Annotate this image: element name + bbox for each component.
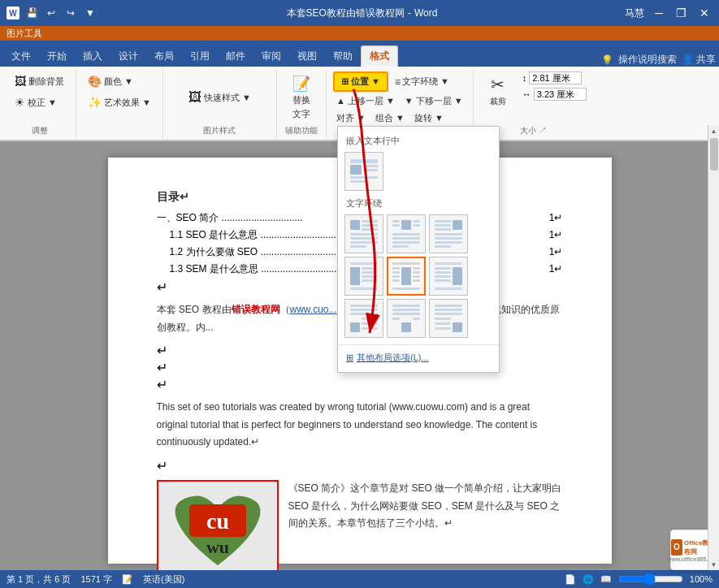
view-read-icon[interactable]: 📖 — [600, 574, 612, 585]
svg-rect-43 — [392, 279, 400, 282]
svg-rect-7 — [362, 220, 378, 223]
move-forward-btn[interactable]: ▲ 上移一层 ▼ — [333, 93, 398, 109]
wrap-option-lm[interactable] — [344, 257, 383, 296]
ribbon-group-accessibility: 📝 替换 文字 辅助功能 — [277, 70, 327, 138]
width-input[interactable] — [534, 88, 587, 101]
move-back-btn[interactable]: ▼ 下移一层 ▼ — [401, 93, 466, 109]
save-qa-btn[interactable]: 💾 — [23, 4, 41, 22]
svg-rect-72 — [435, 313, 462, 315]
svg-rect-16 — [392, 224, 400, 227]
svg-rect-57 — [350, 305, 378, 307]
vertical-scrollbar[interactable]: ▲ ▼ — [708, 125, 719, 570]
more-layout-options-link[interactable]: ⊞ 其他布局选项(L)... — [338, 348, 499, 367]
body-para-english: This set of seo tutorials was created by… — [157, 399, 563, 452]
replace-text-btn[interactable]: 📝 替换 文字 — [284, 71, 319, 123]
svg-rect-4 — [350, 176, 378, 179]
svg-rect-35 — [362, 275, 378, 278]
align-label: 对齐 ▼ — [336, 112, 366, 124]
svg-rect-50 — [435, 262, 462, 265]
svg-rect-12 — [350, 241, 378, 244]
replace-text-label2: 文字 — [292, 108, 310, 120]
wrap-option-cm[interactable] — [387, 257, 426, 296]
wrap-option-lt[interactable] — [344, 214, 383, 253]
tab-layout[interactable]: 布局 — [146, 45, 182, 67]
wrap-option-rm[interactable] — [429, 257, 468, 296]
group-size-label: 大小 ↗ — [520, 123, 547, 136]
wrap-text-btn[interactable]: ≡ 文字环绕 ▼ — [392, 74, 453, 89]
svg-rect-49 — [453, 267, 462, 285]
redo-qa-btn[interactable]: ↪ — [62, 4, 80, 22]
zoom-slider[interactable] — [618, 573, 683, 586]
svg-rect-33 — [362, 267, 378, 270]
color-btn[interactable]: 🎨 颜色 ▼ — [83, 71, 138, 91]
tab-design[interactable]: 设计 — [110, 45, 146, 67]
svg-rect-17 — [413, 220, 420, 223]
correct-btn[interactable]: ☀ 校正 ▼ — [10, 93, 62, 112]
svg-rect-42 — [392, 275, 400, 278]
svg-rect-44 — [413, 267, 420, 270]
svg-rect-39 — [392, 262, 420, 265]
position-btn[interactable]: ⊞ 位置 ▼ — [333, 71, 388, 92]
tab-view[interactable]: 视图 — [289, 45, 325, 67]
height-input[interactable] — [529, 71, 582, 84]
more-options-icon: ⊞ — [346, 352, 353, 363]
user-share[interactable]: 👤 共享 — [682, 53, 716, 67]
undo-qa-btn[interactable]: ↩ — [42, 4, 60, 22]
wrap-option-ct[interactable] — [387, 214, 426, 253]
svg-text:cu: cu — [206, 508, 229, 534]
scroll-down-btn[interactable]: ▼ — [708, 559, 720, 570]
wrap-option-rt[interactable] — [429, 214, 468, 253]
tab-file[interactable]: 文件 — [3, 45, 39, 67]
group-btn[interactable]: 组合 ▼ — [372, 110, 408, 126]
position-dropdown: 嵌入文本行中 文字环绕 — [337, 126, 500, 373]
remove-bg-btn[interactable]: 🖼 删除背景 — [10, 71, 69, 91]
rotate-btn[interactable]: 旋转 ▼ — [411, 110, 447, 126]
tab-mail[interactable]: 邮件 — [218, 45, 253, 67]
restore-btn[interactable]: ❐ — [674, 5, 690, 21]
crop-btn[interactable]: ✂ 裁剪 — [480, 71, 516, 110]
more-options-label: 其他布局选项(L)... — [357, 352, 429, 364]
customize-qa-btn[interactable]: ▼ — [81, 4, 99, 22]
replace-text-icon: 📝 — [292, 75, 310, 93]
tab-home[interactable]: 开始 — [39, 45, 75, 67]
wrap-option-rb[interactable] — [429, 299, 468, 338]
toc-item-1-3-page: 1↵ — [549, 263, 563, 275]
svg-rect-48 — [392, 288, 420, 290]
tab-help[interactable]: 帮助 — [325, 45, 361, 67]
minimize-btn[interactable]: ─ — [651, 5, 667, 21]
quick-access-toolbar: 💾 ↩ ↪ ▼ — [23, 4, 99, 22]
wrap-text-icon: ≡ — [395, 76, 401, 88]
svg-rect-52 — [435, 271, 451, 274]
quick-style-btn[interactable]: 🖼 快速样式 ▼ — [184, 87, 256, 108]
crop-icon: ✂ — [491, 75, 505, 94]
svg-rect-68 — [413, 318, 420, 320]
title-bar-left: W 💾 ↩ ↪ ▼ — [6, 4, 99, 22]
tab-references[interactable]: 引用 — [182, 45, 218, 67]
toc-item-1-page: 1↵ — [549, 212, 563, 223]
inline-option[interactable] — [344, 152, 383, 191]
svg-rect-9 — [362, 228, 378, 231]
svg-rect-65 — [392, 309, 420, 311]
wrap-option-lb[interactable] — [344, 299, 383, 338]
tab-format[interactable]: 格式 — [361, 45, 398, 67]
view-print-icon[interactable]: 📄 — [565, 574, 576, 585]
wrap-option-cb[interactable] — [387, 299, 426, 338]
svg-rect-45 — [413, 271, 420, 274]
status-bar: 第 1 页，共 6 页 1571 字 📝 英语(美国) 📄 🌐 📖 100% — [0, 570, 719, 588]
close-btn[interactable]: ✕ — [696, 5, 713, 21]
width-input-row: ↔ — [522, 88, 587, 101]
user-name: 马慧 — [625, 6, 644, 20]
dropdown-section1-label: 嵌入文本行中 — [338, 132, 499, 149]
scroll-thumb[interactable] — [710, 138, 718, 171]
height-icon: ↕ — [522, 73, 527, 83]
svg-rect-10 — [350, 233, 378, 236]
tab-insert[interactable]: 插入 — [75, 45, 110, 67]
group-size-content: ✂ 裁剪 ↕ ↔ — [480, 71, 587, 123]
tab-review[interactable]: 审阅 — [253, 45, 289, 67]
svg-rect-63 — [401, 322, 411, 332]
art-effect-btn[interactable]: ✨ 艺术效果 ▼ — [83, 93, 156, 112]
svg-rect-20 — [392, 237, 420, 240]
scroll-up-btn[interactable]: ▲ — [708, 125, 720, 136]
view-web-icon[interactable]: 🌐 — [583, 574, 594, 585]
align-btn[interactable]: 对齐 ▼ — [333, 110, 369, 126]
